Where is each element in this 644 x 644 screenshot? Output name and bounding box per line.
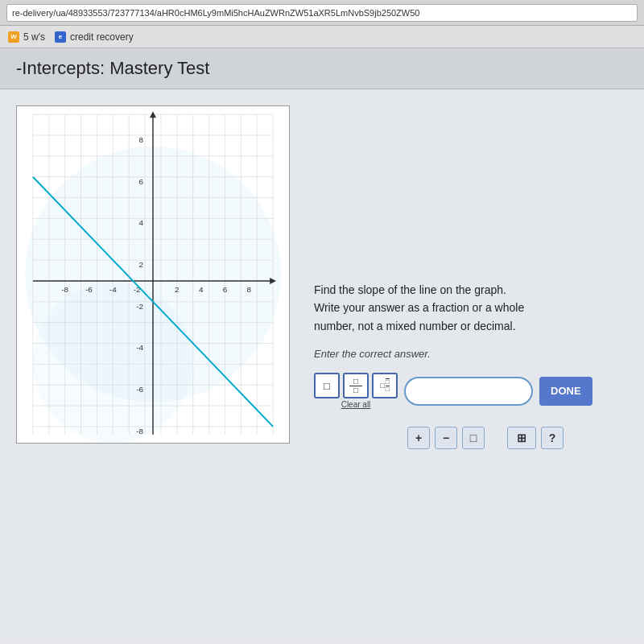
expand-button[interactable]: ⊞ xyxy=(507,427,536,449)
graph-container: -8 -6 -4 -2 2 4 6 8 8 6 4 2 -2 -4 -6 -8 xyxy=(16,105,290,444)
svg-text:-6: -6 xyxy=(85,285,93,294)
tab-credit-recovery[interactable]: e credit recovery xyxy=(55,31,134,43)
svg-text:4: 4 xyxy=(199,285,204,294)
tab-5ws-label: 5 w's xyxy=(23,31,45,43)
answer-row: □ □ □ □ xyxy=(314,373,620,409)
page-title: -Intercepts: Mastery Test xyxy=(16,58,628,79)
svg-text:-8: -8 xyxy=(61,285,68,294)
instruction-line2: Write your answer as a fraction or a who… xyxy=(314,299,620,316)
frac-btn-row: □ □ □ □ xyxy=(314,373,398,398)
svg-text:6: 6 xyxy=(223,285,228,294)
browser-bar: re-delivery/ua/48933553/723777134/aHR0cH… xyxy=(0,0,644,26)
graph-svg: -8 -6 -4 -2 2 4 6 8 8 6 4 2 -2 -4 -6 -8 xyxy=(17,106,289,443)
math-buttons-row: + − □ ⊞ ? xyxy=(314,427,620,449)
svg-text:-2: -2 xyxy=(136,302,143,311)
question-button[interactable]: ? xyxy=(541,427,564,449)
answer-input-field[interactable] xyxy=(404,377,533,406)
svg-text:2: 2 xyxy=(175,285,180,294)
svg-text:4: 4 xyxy=(139,218,144,227)
page-content: -Intercepts: Mastery Test xyxy=(0,48,644,644)
instruction-line3: number, not a mixed number or decimal. xyxy=(314,317,620,335)
frac-div-btn[interactable]: □ □ xyxy=(343,373,369,398)
frac-mixed-icon: □ □ □ xyxy=(380,378,389,393)
enter-answer-prompt: Enter the correct answer. xyxy=(314,348,620,360)
instruction-line1: Find the slope of the line on the graph. xyxy=(314,281,620,299)
svg-text:2: 2 xyxy=(139,260,144,269)
frac-div-icon: □ □ xyxy=(349,378,362,394)
tab-credit-recovery-icon: e xyxy=(55,31,66,43)
plus-button[interactable]: + xyxy=(407,427,430,449)
frac-top-btn[interactable]: □ xyxy=(314,373,340,398)
clear-all-button[interactable]: Clear all xyxy=(341,400,371,409)
tab-bar: W 5 w's e credit recovery xyxy=(0,26,644,48)
done-button[interactable]: DONE xyxy=(539,377,592,406)
tab-credit-recovery-label: credit recovery xyxy=(70,31,134,43)
frac-mixed-btn[interactable]: □ □ □ xyxy=(372,373,398,398)
tab-5ws[interactable]: W 5 w's xyxy=(8,31,45,43)
minus-button[interactable]: − xyxy=(435,427,457,449)
main-area: -8 -6 -4 -2 2 4 6 8 8 6 4 2 -2 -4 -6 -8 xyxy=(0,89,644,641)
svg-text:8: 8 xyxy=(247,285,252,294)
svg-text:-4: -4 xyxy=(109,285,117,294)
frac-top-icon: □ xyxy=(324,380,330,392)
tab-5ws-icon: W xyxy=(8,31,19,43)
svg-text:-6: -6 xyxy=(136,385,143,394)
svg-text:8: 8 xyxy=(139,135,144,144)
svg-text:6: 6 xyxy=(139,177,144,186)
svg-text:-8: -8 xyxy=(136,427,143,436)
right-panel: Find the slope of the line on the graph.… xyxy=(306,105,628,625)
square-button[interactable]: □ xyxy=(462,427,485,449)
url-text: re-delivery/ua/48933553/723777134/aHR0cH… xyxy=(12,8,419,18)
fraction-buttons-group: □ □ □ □ xyxy=(314,373,398,409)
instruction-block: Find the slope of the line on the graph.… xyxy=(314,281,620,335)
page-header: -Intercepts: Mastery Test xyxy=(0,48,644,89)
svg-text:-4: -4 xyxy=(136,343,143,352)
url-bar[interactable]: re-delivery/ua/48933553/723777134/aHR0cH… xyxy=(6,4,638,22)
